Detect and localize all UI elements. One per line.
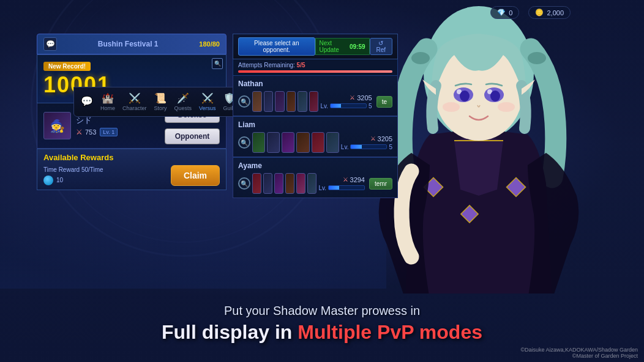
- lv-fill: [351, 145, 361, 149]
- opponent-avatars-ayame: 🔍 ⚔ 3294 Lv. temr: [238, 173, 392, 194]
- attack-stat: ⚔ 753: [76, 128, 96, 136]
- character-icon: ⚔️: [129, 92, 141, 104]
- gem-icon: [43, 175, 53, 185]
- select-opponent-button[interactable]: Please select an opponent.: [238, 37, 315, 56]
- opponent-card-ayame: Ayame 🔍 ⚔ 3294 Lv. t: [233, 157, 398, 198]
- opponent-avatar: [286, 91, 296, 112]
- refresh-button[interactable]: ↺ Ref: [370, 38, 392, 55]
- quests-icon: 🗡️: [177, 92, 189, 104]
- opponent-avatar: [252, 173, 261, 194]
- magnify-icon-liam[interactable]: 🔍: [238, 136, 250, 149]
- opponent-select-panel: Please select an opponent. Next Update 0…: [233, 34, 398, 198]
- reward-rate: 50/Time: [81, 166, 103, 173]
- challenge-button-ayame[interactable]: temr: [369, 178, 392, 190]
- crystal-value: 0: [509, 9, 512, 17]
- score-display: 180/80: [199, 40, 220, 48]
- crystal-icon: 💎: [497, 9, 506, 17]
- magnify-score-button[interactable]: 🔍: [212, 58, 223, 69]
- attempts-fill: [238, 70, 392, 73]
- sword-icon: ⚔: [76, 128, 83, 136]
- character-label: Character: [122, 105, 147, 111]
- reward-count-row: 10: [43, 175, 171, 185]
- bottom-text-area: Put your Shadow Master prowess in Full d…: [0, 304, 644, 344]
- home-label: Home: [100, 105, 115, 111]
- copyright: ©Daisuke Aizawa,KADOKAWA/Shadow Garden ©…: [520, 347, 638, 359]
- nav-character[interactable]: ⚔️ Character: [119, 90, 151, 113]
- opponent-avatar: [326, 132, 339, 153]
- reward-label: Time Reward 50/Time: [43, 166, 171, 173]
- resource-bar: 💎 0 🪙 2,000: [490, 6, 571, 19]
- opponent-avatars-nathan: 🔍 ⚔ 3205 Lv. 5 te: [238, 91, 392, 112]
- resource-gold: 🪙 2,000: [528, 6, 571, 19]
- main-title: Full display in Multiple PvP modes: [0, 321, 644, 344]
- player-info: シド ⚔ 753 Lv. 1: [76, 115, 160, 136]
- nav-chat[interactable]: 💬: [77, 94, 97, 110]
- svg-point-15: [498, 102, 515, 112]
- lv-fill: [331, 104, 341, 108]
- challenge-button-nathan[interactable]: te: [376, 96, 392, 108]
- gold-value: 2,000: [547, 9, 564, 17]
- attempts-value: 5/5: [297, 62, 305, 68]
- opponent-score: ⚔ 3205: [350, 94, 372, 102]
- opponent-score: ⚔ 3205: [370, 135, 392, 142]
- update-time: 09:59: [350, 43, 365, 50]
- versus-icon: ⚔️: [201, 92, 214, 104]
- lv-bar: [330, 103, 367, 108]
- opponent-stats-ayame: ⚔ 3294 Lv.: [318, 176, 365, 191]
- resource-crystals: 💎 0: [490, 6, 519, 19]
- story-icon: 📜: [154, 92, 167, 104]
- svg-point-2: [528, 52, 546, 64]
- nav-story[interactable]: 📜 Story: [151, 90, 171, 113]
- opponent-button[interactable]: Opponent: [165, 128, 220, 144]
- opponent-avatar: [275, 91, 285, 112]
- lv-fill: [329, 186, 339, 190]
- opponent-avatars-liam: 🔍 ⚔ 3205 Lv. 5: [238, 132, 392, 153]
- opponent-avatar: [252, 132, 265, 153]
- gold-icon: 🪙: [535, 9, 544, 17]
- opponent-avatar: [298, 91, 307, 112]
- opponent-avatar: [296, 132, 309, 153]
- attempts-bar: [238, 70, 392, 73]
- opponent-avatar: [285, 173, 294, 194]
- game-ui-panel: 💬 Bushin Festival 1 180/80 🔍 New Record!…: [37, 34, 227, 190]
- main-title-part1: Full display in: [162, 321, 298, 343]
- opponent-avatar: [282, 132, 294, 153]
- opponent-avatar: [274, 173, 283, 194]
- rewards-title: Available Rewards: [43, 153, 220, 162]
- magnify-icon-ayame[interactable]: 🔍: [238, 177, 250, 190]
- story-label: Story: [154, 105, 167, 111]
- nav-home[interactable]: 🏰 Home: [97, 90, 119, 113]
- opponent-card-liam: Liam 🔍 ⚔ 3205 Lv. 5: [233, 116, 398, 157]
- opponent-avatar: [267, 132, 280, 153]
- lv-bar: [350, 144, 387, 149]
- next-update: Next Update 09:59: [315, 38, 370, 55]
- lv-badge: Lv. 1: [100, 128, 118, 136]
- player-avatar: 🧙: [43, 112, 71, 139]
- chat-button[interactable]: 💬: [43, 37, 57, 51]
- opponent-stats-nathan: ⚔ 3205 Lv. 5: [320, 94, 372, 109]
- svg-point-1: [411, 52, 430, 64]
- opponent-lv: Lv. 5: [341, 144, 392, 150]
- sword-icon-small: ⚔: [370, 135, 376, 142]
- svg-point-14: [443, 102, 460, 112]
- quests-label: Quests: [174, 105, 192, 111]
- opponent-avatar: [296, 173, 305, 194]
- claim-button[interactable]: Claim: [171, 165, 220, 186]
- magnify-icon-nathan[interactable]: 🔍: [238, 95, 250, 108]
- gem-count: 10: [56, 177, 63, 183]
- attack-value: 753: [85, 128, 96, 136]
- new-record-badge: New Record!: [43, 62, 91, 71]
- opponent-lv: Lv. 5: [320, 103, 372, 109]
- opponent-card-nathan: Nathan 🔍 ⚔ 3205 Lv. 5: [233, 76, 398, 116]
- nav-quests[interactable]: 🗡️ Quests: [171, 90, 196, 113]
- opponent-avatar: [312, 132, 324, 153]
- opponent-avatar: [263, 173, 272, 194]
- opponent-stats-liam: ⚔ 3205 Lv. 5: [341, 135, 392, 150]
- opponent-score: ⚔ 3294: [343, 176, 365, 183]
- opponent-name-nathan: Nathan: [238, 79, 392, 88]
- nav-versus[interactable]: ⚔️ Versus: [195, 90, 220, 113]
- copyright-line1: ©Daisuke Aizawa,KADOKAWA/Shadow Garden: [520, 347, 638, 353]
- event-top-bar: 💬 Bushin Festival 1 180/80: [37, 34, 227, 54]
- reward-info: Time Reward 50/Time 10: [43, 166, 171, 185]
- opponent-name-ayame: Ayame: [238, 161, 392, 170]
